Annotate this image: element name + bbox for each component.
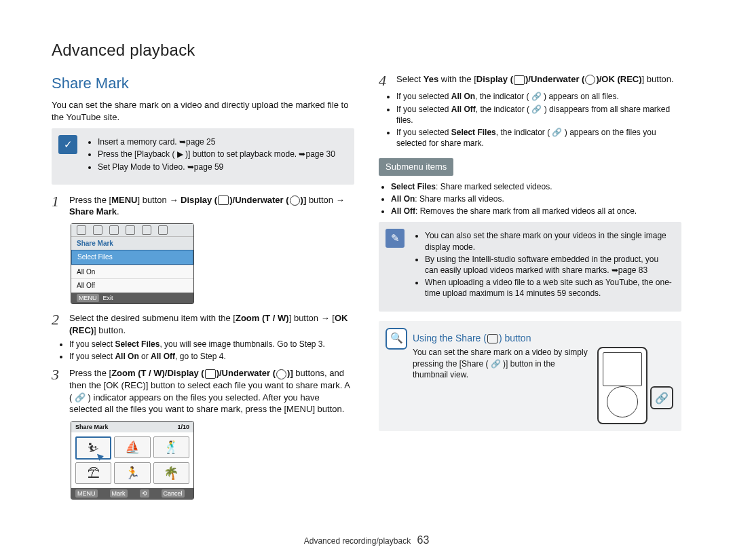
tip-bullet: By using the Intelli-studio software emb… bbox=[425, 254, 673, 276]
step-3: 3 Press the [Zoom (T / W)/Display ()/Und… bbox=[52, 367, 354, 415]
ui-menu-row-selected: Select Files bbox=[71, 250, 193, 265]
check-icon: ✓ bbox=[58, 135, 77, 154]
thumb-cell: ⛵ bbox=[114, 436, 150, 458]
page-number: 63 bbox=[417, 534, 429, 546]
ui-screenshot-menu: Share Mark Select Files All On All Off M… bbox=[71, 223, 194, 304]
step-4-bullets: If you selected All On, the indicator ( … bbox=[379, 91, 681, 149]
ui-menu-footer: MENUExit bbox=[71, 293, 193, 303]
step-1: 1 Press the [MENU] button → Display ()/U… bbox=[52, 194, 354, 218]
device-illustration bbox=[597, 347, 647, 424]
thumb-cell: 🏃 bbox=[114, 462, 150, 484]
display-icon bbox=[218, 195, 229, 205]
thumb-cell: 🌴 bbox=[153, 462, 189, 484]
step-2: 2 Select the desired submenu item with t… bbox=[52, 312, 354, 336]
section-heading: Share Mark bbox=[52, 73, 354, 94]
step-2-bullets: If you select Select Files, you will see… bbox=[52, 339, 354, 362]
tip-bullet: When uploading a video file to a web sit… bbox=[425, 277, 673, 299]
thumb-cell: 🕺 bbox=[153, 436, 189, 458]
precheck-item: Press the [Playback ( ▶ )] button to set… bbox=[98, 149, 346, 160]
using-share-text: You can set the share mark on a video by… bbox=[413, 347, 589, 380]
using-share-heading: Using the Share () button bbox=[413, 332, 673, 345]
ui-menu-row: All On bbox=[71, 265, 193, 279]
page-title: Advanced playback bbox=[52, 39, 681, 61]
manual-page: Advanced playback Share Mark You can set… bbox=[0, 0, 733, 560]
tip-bullet: You can also set the share mark on your … bbox=[425, 230, 673, 252]
step-4: 4 Select Yes with the [Display ()/Underw… bbox=[379, 73, 681, 88]
underwater-icon bbox=[276, 369, 286, 379]
pencil-icon: ✎ bbox=[386, 229, 405, 248]
precheck-item: Set Play Mode to Video. ➥page 59 bbox=[98, 162, 346, 172]
step-number: 4 bbox=[379, 73, 390, 88]
page-footer: Advanced recording/playback 63 bbox=[0, 533, 733, 548]
magnifier-icon: 🔍 bbox=[386, 328, 407, 350]
left-column: Share Mark You can set the share mark on… bbox=[52, 73, 354, 505]
ui-menu-header: Share Mark bbox=[71, 237, 193, 250]
step-number: 3 bbox=[52, 367, 62, 415]
precheck-box: ✓ Insert a memory card. ➥page 25 Press t… bbox=[52, 128, 354, 185]
display-icon bbox=[205, 369, 216, 379]
ui-menu-row: All Off bbox=[71, 278, 193, 293]
ui-screenshot-thumbnails: Share Mark1/10 ⛷ ⛵ 🕺 ⛱ 🏃 🌴 MENUMark⟲Canc… bbox=[71, 421, 194, 500]
right-column: 4 Select Yes with the [Display ()/Underw… bbox=[379, 73, 681, 505]
tip-box: ✎ You can also set the share mark on you… bbox=[379, 222, 681, 311]
share-button-icon: 🔗 bbox=[650, 386, 673, 409]
underwater-icon bbox=[290, 195, 300, 206]
step-number: 2 bbox=[52, 312, 62, 336]
submenu-list: Select Files: Share marked selected vide… bbox=[379, 181, 681, 217]
section-intro: You can set the share mark on a video an… bbox=[52, 99, 354, 123]
thumb-counter: 1/10 bbox=[177, 423, 189, 431]
precheck-item: Insert a memory card. ➥page 25 bbox=[98, 136, 346, 147]
using-share-box: 🔍 Using the Share () button You can set … bbox=[379, 321, 681, 432]
step-number: 1 bbox=[52, 194, 62, 218]
thumb-cell: ⛱ bbox=[75, 462, 111, 484]
submenu-chip: Submenu items bbox=[379, 158, 453, 176]
thumb-cell-selected: ⛷ bbox=[75, 436, 111, 460]
footer-section: Advanced recording/playback bbox=[304, 536, 411, 546]
display-icon bbox=[514, 75, 525, 85]
underwater-icon bbox=[585, 75, 595, 85]
share-icon bbox=[487, 334, 498, 343]
menu-iconstrip bbox=[71, 224, 193, 237]
